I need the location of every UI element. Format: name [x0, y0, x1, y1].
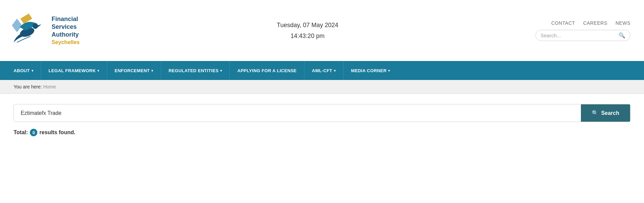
nav-label-amlcft: AML-CFT — [312, 68, 332, 73]
breadcrumb-label: You are here: — [14, 84, 42, 89]
logo-text: Financial Services Authority Seychelles — [52, 15, 80, 46]
careers-link[interactable]: CAREERS — [583, 20, 607, 26]
nav-arrow-enforcement: ▾ — [151, 69, 153, 73]
breadcrumb: You are here: Home — [0, 80, 644, 94]
nav-item-about[interactable]: ABOUT ▾ — [0, 61, 41, 80]
org-line1: Financial — [52, 16, 78, 22]
logo-icon — [10, 12, 48, 49]
time-display: 14:43:20 pm — [80, 31, 535, 41]
news-link[interactable]: NEWS — [615, 20, 630, 26]
header-search-bar[interactable]: 🔍 — [535, 30, 630, 41]
nav-item-amlcft[interactable]: AML-CFT ▾ — [304, 61, 343, 80]
nav-label-about: ABOUT — [14, 68, 30, 73]
main-content: 🔍 Search Total: 0 results found. — [0, 94, 644, 143]
org-line2: Services — [52, 23, 77, 30]
nav-arrow-regulated: ▾ — [220, 69, 222, 73]
nav-label-regulated: REGULATED ENTITIES — [169, 68, 219, 73]
nav-item-enforcement[interactable]: ENFORCEMENT ▾ — [107, 61, 161, 80]
search-icon: 🔍 — [592, 110, 599, 116]
search-button-label: Search — [601, 110, 619, 116]
top-links: CONTACT CAREERS NEWS — [551, 20, 630, 26]
breadcrumb-current: Home — [43, 84, 56, 89]
datetime-display: Tuesday, 07 May 2024 14:43:20 pm — [80, 20, 535, 42]
main-search-input[interactable] — [14, 104, 581, 122]
org-subtitle: Seychelles — [52, 39, 80, 46]
nav-item-license[interactable]: APPLYING FOR A LICENSE — [230, 61, 304, 80]
nav-arrow-media: ▾ — [388, 69, 390, 73]
nav-item-legal-framework[interactable]: LEGAL FRAMEWORK ▾ — [41, 61, 107, 80]
results-suffix: results found. — [39, 129, 75, 136]
header-right: CONTACT CAREERS NEWS 🔍 — [535, 20, 630, 41]
nav-label-enforcement: ENFORCEMENT — [115, 68, 150, 73]
org-line3: Authority — [52, 31, 79, 38]
main-search-button[interactable]: 🔍 Search — [581, 104, 630, 122]
svg-marker-1 — [12, 19, 22, 32]
nav-arrow-about: ▾ — [32, 69, 33, 73]
header-center: Tuesday, 07 May 2024 14:43:20 pm — [80, 20, 535, 42]
nav-arrow-amlcft: ▾ — [334, 69, 336, 73]
header-search-button[interactable]: 🔍 — [619, 32, 625, 39]
nav-label-media: MEDIA CORNER — [351, 68, 387, 73]
nav-arrow-legal: ▾ — [97, 69, 99, 73]
logo-area: Financial Services Authority Seychelles — [10, 12, 80, 49]
results-summary: Total: 0 results found. — [14, 129, 630, 136]
nav-item-media[interactable]: MEDIA CORNER ▾ — [344, 61, 398, 80]
date-display: Tuesday, 07 May 2024 — [80, 20, 535, 31]
main-search-form[interactable]: 🔍 Search — [14, 104, 630, 122]
svg-point-3 — [33, 23, 38, 29]
main-nav: ABOUT ▾ LEGAL FRAMEWORK ▾ ENFORCEMENT ▾ … — [0, 61, 644, 80]
header-search-input[interactable] — [541, 33, 619, 38]
site-header: Financial Services Authority Seychelles … — [0, 0, 644, 61]
nav-label-legal: LEGAL FRAMEWORK — [49, 68, 96, 73]
contact-link[interactable]: CONTACT — [551, 20, 575, 26]
nav-item-regulated[interactable]: REGULATED ENTITIES ▾ — [161, 61, 230, 80]
nav-label-license: APPLYING FOR A LICENSE — [237, 68, 297, 73]
results-prefix: Total: — [14, 129, 28, 136]
results-count-badge: 0 — [30, 129, 37, 136]
